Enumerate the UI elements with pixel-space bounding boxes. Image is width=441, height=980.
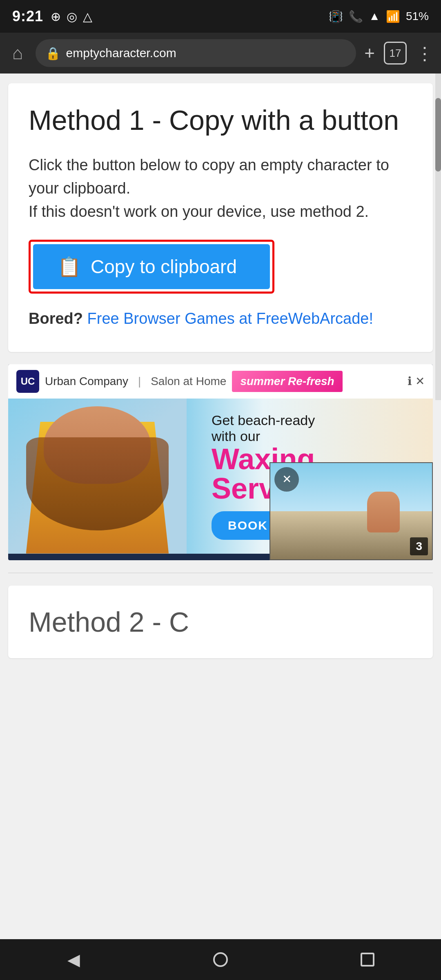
back-icon: ◀ bbox=[67, 950, 80, 969]
bored-section: Bored? Free Browser Games at FreeWebArca… bbox=[29, 310, 412, 327]
video-close-button[interactable]: ✕ bbox=[274, 467, 299, 492]
new-tab-button[interactable]: + bbox=[364, 43, 375, 63]
browser-bar: ⌂ 🔒 emptycharacter.com + 17 ⋮ bbox=[0, 33, 441, 74]
video-close-icon: ✕ bbox=[282, 472, 292, 486]
method1-card: Method 1 - Copy with a button Click the … bbox=[8, 83, 433, 352]
alert-icon: △ bbox=[83, 9, 92, 24]
ad-model-area bbox=[8, 399, 187, 554]
section-divider bbox=[8, 572, 433, 573]
home-nav-button[interactable] bbox=[200, 939, 241, 980]
ad-info-controls: ℹ ✕ bbox=[408, 374, 425, 388]
status-time: 9:21 bbox=[12, 8, 43, 25]
home-nav-icon bbox=[213, 952, 228, 967]
ad-separator: | bbox=[138, 375, 141, 388]
ad-header: UC Urban Company | Salon at Home summer … bbox=[8, 364, 433, 399]
free-games-link[interactable]: Free Browser Games at FreeWebArcade! bbox=[87, 310, 373, 327]
signal-icon: 📶 bbox=[386, 10, 400, 23]
method2-card: Method 2 - C bbox=[8, 586, 433, 658]
copy-to-clipboard-button[interactable]: 📋 Copy to clipboard bbox=[33, 244, 270, 289]
model-hair bbox=[26, 437, 169, 530]
copy-button-label: Copy to clipboard bbox=[91, 256, 237, 278]
whatsapp-icon: ⊕ bbox=[51, 9, 61, 24]
method1-description: Click the button below to copy an empty … bbox=[29, 154, 412, 223]
url-text: emptycharacter.com bbox=[66, 46, 347, 60]
bored-label: Bored? bbox=[29, 310, 83, 327]
lock-icon: 🔒 bbox=[45, 46, 60, 60]
clipboard-icon: 📋 bbox=[58, 256, 81, 278]
method1-title: Method 1 - Copy with a button bbox=[29, 104, 412, 137]
recents-button[interactable] bbox=[347, 939, 388, 980]
address-bar[interactable]: 🔒 emptycharacter.com bbox=[36, 39, 356, 67]
status-right: 📳 📞 ▲ 📶 51% bbox=[329, 10, 429, 23]
video-count-badge: 3 bbox=[410, 537, 428, 555]
video-figure bbox=[367, 492, 400, 532]
ad-with-text: with our bbox=[212, 428, 421, 444]
status-bar: 9:21 ⊕ ◎ △ 📳 📞 ▲ 📶 51% bbox=[0, 0, 441, 33]
status-left: 9:21 ⊕ ◎ △ bbox=[12, 8, 92, 25]
copy-button-highlight: 📋 Copy to clipboard bbox=[29, 240, 274, 294]
wifi-icon: ▲ bbox=[369, 10, 380, 23]
battery-level: 51% bbox=[406, 10, 429, 23]
bottom-nav: ◀ bbox=[0, 939, 441, 980]
home-button[interactable]: ⌂ bbox=[8, 39, 27, 67]
menu-button[interactable]: ⋮ bbox=[416, 43, 433, 64]
status-icons-left: ⊕ ◎ △ bbox=[51, 9, 92, 24]
tab-count: 17 bbox=[390, 47, 401, 60]
call-icon: 📞 bbox=[349, 10, 363, 23]
main-content: Method 1 - Copy with a button Click the … bbox=[0, 74, 441, 668]
scrollbar[interactable] bbox=[435, 74, 441, 400]
ad-company-name: Urban Company bbox=[45, 375, 128, 388]
video-beach bbox=[270, 511, 432, 559]
browser-actions: + 17 ⋮ bbox=[364, 42, 433, 65]
back-button[interactable]: ◀ bbox=[53, 939, 94, 980]
recents-icon bbox=[361, 953, 374, 967]
method2-title: Method 2 - C bbox=[29, 606, 412, 638]
vibrate-icon: 📳 bbox=[329, 10, 343, 23]
ad-service-name: Salon at Home bbox=[151, 375, 226, 388]
ad-get-text: Get beach-ready bbox=[212, 412, 421, 428]
ad-banner: UC Urban Company | Salon at Home summer … bbox=[8, 364, 433, 560]
tabs-button[interactable]: 17 bbox=[384, 42, 407, 65]
scrollbar-thumb[interactable] bbox=[435, 98, 441, 172]
ad-campaign-badge: summer Re-fresh bbox=[232, 371, 342, 392]
ad-logo-icon: UC bbox=[16, 370, 39, 393]
instagram-icon: ◎ bbox=[67, 9, 77, 24]
ad-logo: UC Urban Company | Salon at Home summer … bbox=[16, 370, 343, 393]
ad-close-icon[interactable]: ✕ bbox=[415, 374, 425, 388]
ad-info-icon[interactable]: ℹ bbox=[408, 374, 412, 388]
video-popup: ✕ 3 bbox=[270, 462, 433, 560]
